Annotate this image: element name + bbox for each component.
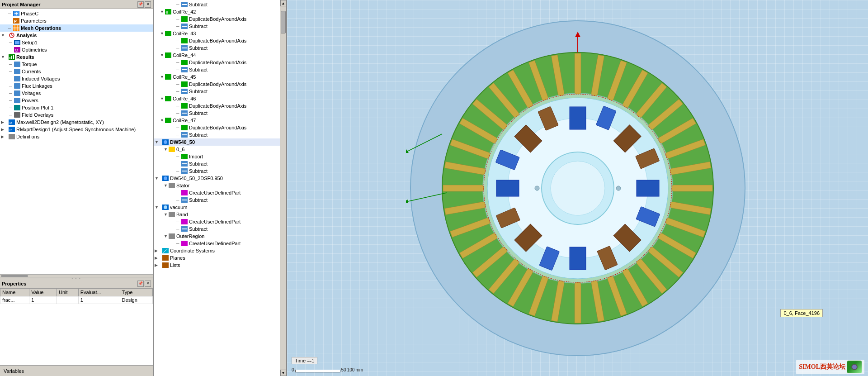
tree-item-position[interactable]: ─ Position Plot 1: [0, 104, 153, 111]
h-scroll-thumb[interactable]: [1, 275, 28, 277]
middle-item-dw540[interactable]: ▼ DW540_50: [154, 138, 280, 146]
middle-item-dup6[interactable]: ─ DuplicateBodyAroundAxis: [154, 124, 280, 131]
tree-item-definitions[interactable]: ▶ Definitions: [0, 133, 153, 140]
middle-item-planes[interactable]: ▶ Planes: [154, 254, 280, 262]
middle-scrollbar[interactable]: ▲ ▼: [280, 0, 286, 376]
motor-svg: [406, 16, 750, 360]
middle-item-coord[interactable]: ▶ Coordinate Systems: [154, 247, 280, 254]
planes-label: Planes: [170, 255, 185, 261]
close-props-button[interactable]: ✕: [145, 281, 151, 287]
dw540-label: DW540_50: [170, 139, 195, 145]
close-pm-button[interactable]: ✕: [145, 1, 151, 8]
variables-tab[interactable]: Variables: [0, 365, 153, 376]
properties-title: Properties: [2, 281, 26, 286]
svg-rect-80: [181, 219, 188, 224]
tree-item-results[interactable]: ▼ Results: [0, 53, 153, 61]
coil42-label: CoilRe_42: [173, 9, 196, 14]
col-value: Value: [29, 289, 57, 296]
06-icon: [168, 146, 175, 152]
svg-rect-55: [181, 103, 188, 109]
middle-item-dup1[interactable]: ─ DuplicateBodyAroundAxis: [154, 15, 280, 23]
middle-item-sub8[interactable]: ─ Subtract: [154, 167, 280, 175]
middle-item-create3[interactable]: ─ CreateUserDefinedPart: [154, 240, 280, 247]
tree-item-torque[interactable]: ─ Torque: [0, 61, 153, 68]
dup1-label: DuplicateBodyAroundAxis: [189, 16, 246, 22]
middle-item-06[interactable]: ▼ 0_6: [154, 146, 280, 153]
middle-item-coil47[interactable]: ▼ CoilRe_47: [154, 117, 280, 124]
svg-text:↓: ↓: [182, 155, 184, 159]
props-buttons: 📌 ✕: [137, 281, 151, 287]
middle-item-import[interactable]: ─ ↓ Import: [154, 153, 280, 160]
middle-item-sub1[interactable]: ─ Subtract: [154, 23, 280, 30]
svg-rect-50: [165, 74, 171, 80]
band-label: Band: [176, 212, 188, 217]
middle-item-sub7[interactable]: ─ Subtract: [154, 160, 280, 167]
middle-item-coil45[interactable]: ▼ CoilRe_45: [154, 73, 280, 81]
coil43-label: CoilRe_43: [173, 31, 196, 36]
middle-item-sub9[interactable]: ─ Subtract: [154, 196, 280, 204]
tree-item-field[interactable]: ─ Field Overlays: [0, 111, 153, 119]
middle-item-sub4[interactable]: ─ Subtract: [154, 88, 280, 95]
stator-label: Stator: [176, 183, 189, 188]
middle-item-dw2dsf[interactable]: ▼ DW540_50_2DSF0.950: [154, 175, 280, 182]
middle-item-coil44[interactable]: ▼ CoilRe_44: [154, 52, 280, 59]
tree-item-mesh[interactable]: ─ Mesh Operations: [0, 24, 153, 32]
middle-item-coil43[interactable]: ▼ CoilRe_43: [154, 30, 280, 37]
middle-item-sub2[interactable]: ─ Subtract: [154, 44, 280, 52]
middle-item-sub10[interactable]: ─ Subtract: [154, 225, 280, 233]
middle-item-vacuum[interactable]: ▼ vacuum: [154, 204, 280, 211]
svg-point-72: [164, 176, 167, 180]
middle-item-sub6[interactable]: ─ Subtract: [154, 131, 280, 138]
middle-item-dup2[interactable]: ─ DuplicateBodyAroundAxis: [154, 37, 280, 44]
tree-item-powers[interactable]: ─ Powers: [0, 97, 153, 104]
scroll-down-button[interactable]: ▼: [280, 370, 286, 376]
middle-item-lists[interactable]: ▶ Lists: [154, 262, 280, 269]
middle-item-band[interactable]: ▼ Band: [154, 211, 280, 218]
main-viewport[interactable]: 0_6, Face_4196 Time =-1 0 50 100 mm: [287, 0, 868, 376]
field-icon: [14, 112, 21, 118]
middle-item-outer[interactable]: ▼ OuterRegion: [154, 233, 280, 240]
middle-item-create1[interactable]: ─ CreateUserDefinedPart: [154, 189, 280, 196]
middle-item-dup3[interactable]: ─ DuplicateBodyAroundAxis: [154, 59, 280, 66]
pin-props-button[interactable]: 📌: [137, 281, 144, 287]
middle-item-sub5[interactable]: ─ Subtract: [154, 109, 280, 117]
tree-item-analysis[interactable]: ▼ Analysis: [0, 32, 153, 39]
scroll-track: [280, 6, 286, 370]
rmxprt-icon: R: [8, 126, 15, 133]
scroll-up-button[interactable]: ▲: [280, 0, 286, 6]
middle-item-coil42[interactable]: ▼ ⊕ CoilRe_42: [154, 8, 280, 15]
flux-icon: [14, 83, 21, 89]
tree-item-currents[interactable]: ─ Currents: [0, 68, 153, 75]
sub1-label: Subtract: [189, 24, 208, 29]
tree-item-induced[interactable]: ─ Induced Voltages: [0, 75, 153, 82]
sub7-label: Subtract: [189, 161, 208, 167]
middle-item-coil46[interactable]: ▼ CoilRe_46: [154, 95, 280, 102]
middle-item-dup5[interactable]: ─ DuplicateBodyAroundAxis: [154, 102, 280, 109]
middle-item-subtract-top[interactable]: ─ Subtract: [154, 1, 280, 8]
middle-item-dup4[interactable]: ─ DuplicateBodyAroundAxis: [154, 81, 280, 88]
scroll-thumb[interactable]: [281, 11, 286, 33]
sub4-icon: [181, 88, 188, 95]
middle-item-stator[interactable]: ▼ Stator: [154, 182, 280, 189]
tree-item-maxwell2d[interactable]: ▶ M Maxwell2DDesign2 (Magnetostatic, XY): [0, 119, 153, 126]
tree-item-parameters[interactable]: ─ P Parameters: [0, 17, 153, 24]
properties-content: Name Value Unit Evaluat... Type frac... …: [0, 288, 153, 365]
tree-item-phaseC[interactable]: ─ PhaseC: [0, 10, 153, 17]
middle-item-create2[interactable]: ─ CreateUserDefinedPart: [154, 218, 280, 225]
middle-tree[interactable]: ─ Subtract ▼ ⊕ CoilRe_42: [154, 0, 280, 376]
flux-label: Flux Linkages: [22, 83, 52, 89]
voltages-label: Voltages: [22, 90, 41, 96]
tree-item-rmxprt[interactable]: ▶ R RMxprtDesign1 (Adjust-Speed Synchron…: [0, 126, 153, 133]
svg-rect-28: [14, 105, 20, 110]
middle-item-sub3[interactable]: ─ Subtract: [154, 66, 280, 73]
project-tree[interactable]: ─ PhaseC ─ P Parameters: [0, 9, 153, 274]
sub6-label: Subtract: [189, 132, 208, 138]
tree-item-setup[interactable]: ─ Setup1: [0, 39, 153, 46]
pin-button[interactable]: 📌: [137, 1, 144, 8]
svg-rect-74: [181, 190, 188, 195]
tree-item-flux[interactable]: ─ Flux Linkages: [0, 82, 153, 90]
create2-label: CreateUserDefinedPart: [189, 219, 241, 224]
tree-item-optimetrics[interactable]: ─ O Optimetrics: [0, 46, 153, 53]
definitions-label: Definitions: [16, 134, 39, 139]
tree-item-voltages[interactable]: ─ Voltages: [0, 90, 153, 97]
